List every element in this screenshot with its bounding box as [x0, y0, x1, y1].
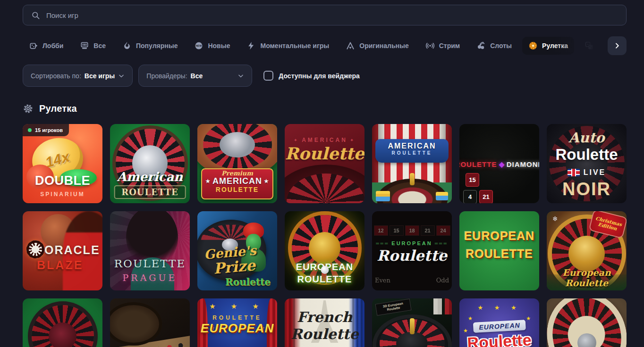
dice-icon	[585, 41, 594, 50]
flame-icon	[122, 41, 132, 50]
search-bar[interactable]	[23, 5, 627, 25]
game-tile-roulette-wheel-green[interactable]	[23, 298, 102, 347]
snowflake-icon: ❄	[552, 215, 558, 223]
game-title: EUROPEAN	[197, 321, 277, 336]
roulette-wheel-graphic	[32, 305, 94, 347]
game-provider: SPINARIUM	[23, 191, 102, 198]
game-tile-roulette-prague[interactable]: ROULETTE PRAGUE	[110, 211, 190, 290]
tab-label: Слоты	[490, 42, 512, 50]
game-subtitle: BLAZE	[37, 258, 83, 272]
bet-number-cell: 18	[405, 225, 419, 236]
broadcast-icon	[425, 41, 435, 50]
game-tile-oracle-blaze[interactable]: ORACLE BLAZE	[23, 211, 102, 290]
game-tile-absolute-live-roulette[interactable]: live absolute	[547, 298, 627, 347]
tab-label: Оригинальные	[359, 42, 408, 50]
tab-roulette[interactable]: Рулетка	[522, 37, 574, 55]
sort-dropdown[interactable]: Сортировать по: Все игры	[23, 65, 133, 87]
tab-label: Популярные	[136, 42, 178, 50]
game-title: AMERICAN	[202, 177, 272, 186]
game-title: Roulette	[547, 146, 627, 164]
game-tile-european-roulette-glow[interactable]: EUROPEAN ROULETTE	[285, 211, 364, 290]
game-tag: AMERICAN	[285, 137, 364, 143]
game-tile-genies-prize-roulette[interactable]: Genie's Prize Roulette	[197, 211, 277, 290]
new-badge-icon: NEW	[194, 41, 203, 50]
game-title: ROULETTE	[110, 257, 190, 270]
game-subtitle: ROULETTE	[114, 185, 186, 199]
filters-row: Сортировать по: Все игры Провайдеры: Все…	[23, 65, 627, 87]
section-title: Рулетка	[39, 103, 77, 114]
diamond-icon: ◆	[499, 160, 504, 169]
tab-lobby[interactable]: Лобби	[23, 37, 69, 55]
players-count-text: 15 игроков	[35, 127, 63, 133]
betting-table-labels: Even Odd	[372, 277, 452, 284]
game-title: ORACLE	[44, 243, 100, 257]
search-input[interactable]	[46, 11, 618, 19]
category-tabs: Лобби Все Популярные NEW Новые	[23, 36, 627, 55]
game-tile-roulette-diamond[interactable]: ROULETTE ◆ DIAMOND 15 4 21	[459, 124, 539, 203]
section-header: Рулетка	[23, 103, 627, 114]
game-tile-premium-american-roulette[interactable]: Premium AMERICAN ROULETTE	[197, 124, 277, 203]
star-icon: ★	[463, 328, 468, 334]
title-row: ROULETTE ◆ DIAMOND	[459, 160, 539, 169]
stars-decoration: ★ ★ ★	[459, 304, 539, 311]
game-subtitle: Roulette	[285, 326, 364, 342]
tab-label: Лобби	[42, 42, 63, 50]
game-tile-french-roulette[interactable]: French Roulette	[285, 298, 364, 347]
game-subtitle: ROULETTE	[459, 247, 539, 261]
game-tile-3d-european-roulette[interactable]: 3D European Roulette 3D ★ ★	[372, 298, 452, 347]
lobby-icon	[29, 41, 38, 50]
roulette-wheel-letter-graphic	[26, 240, 44, 258]
game-subtitle: ROULETTE	[202, 186, 272, 193]
live-row: LIVE	[547, 168, 627, 177]
game-tile-american-roulette-circus[interactable]: AMERICAN ROULETTE	[372, 124, 452, 203]
game-tile-european-roulette-christmas[interactable]: ❄ ❄ Christmas Edition European Roulette	[547, 211, 627, 290]
tab-instant-games[interactable]: Моментальные игры	[240, 37, 335, 55]
game-label-plate: 3D European Roulette	[375, 298, 412, 315]
tab-label: Все	[93, 42, 106, 50]
game-tile-american-roulette-classic[interactable]: AMERICAN Roulette	[285, 124, 364, 203]
wheel-spinner-graphic	[410, 173, 415, 185]
tabs-scroll-right-button[interactable]	[608, 36, 627, 55]
wager-checkbox[interactable]	[263, 71, 273, 81]
game-title: European Roulette	[547, 267, 627, 288]
lightning-icon	[246, 41, 256, 50]
online-dot-icon	[28, 128, 32, 132]
cherries-icon	[476, 41, 486, 50]
tab-new[interactable]: NEW Новые	[188, 37, 236, 55]
game-tile-double-spinarium[interactable]: 15 игроков 14x DOUBLE SPINARIUM	[23, 124, 102, 203]
bet-number-cell: 4	[463, 190, 477, 203]
game-tile-european-roulette-gold[interactable]: EUROPEAN ROULETTE	[459, 211, 539, 290]
star-icon: ★	[526, 315, 531, 322]
tab-all[interactable]: Все	[74, 37, 112, 55]
game-tag: EUROPEAN	[372, 240, 452, 246]
bet-label-cell: Odd	[436, 277, 449, 284]
tab-label: Новые	[208, 42, 230, 50]
provider-dropdown[interactable]: Провайдеры: Все	[138, 65, 252, 87]
game-tile-roulette-european-blue[interactable]: ★ ★ ★ ★ ★ ROULETTE EUROPEAN	[197, 298, 277, 347]
tab-label: Рулетка	[542, 42, 568, 50]
originals-logo-icon	[346, 41, 355, 50]
game-tag: ROULETTE	[197, 314, 277, 321]
game-tile-american-roulette[interactable]: American ROULETTE	[110, 124, 190, 203]
tab-originals[interactable]: Оригинальные	[339, 37, 415, 55]
ribbon-banner: AMERICAN ROULETTE	[375, 139, 449, 163]
wheel-spinner-graphic	[410, 318, 415, 334]
provider-label: Провайдеры:	[146, 72, 187, 80]
game-title: American	[110, 170, 190, 184]
tab-stream[interactable]: Стрим	[419, 37, 466, 55]
game-tile-european-table[interactable]: European	[110, 298, 190, 347]
players-count-badge: 15 игроков	[23, 124, 69, 136]
game-tile-european-roulette-purple[interactable]: ★ ★ ★ ★ ★ ★ EUROPEAN Roulette	[459, 298, 539, 347]
wager-checkbox-row[interactable]: Доступны для вейджера	[263, 71, 359, 81]
tab-slots[interactable]: Слоты	[470, 37, 518, 55]
roulette-ball-graphic	[321, 266, 329, 274]
tab-popular[interactable]: Популярные	[116, 37, 184, 55]
roulette-chip-icon	[528, 41, 538, 50]
bet-number-cell: 21	[479, 190, 493, 203]
bet-number-cell: 15	[390, 225, 404, 236]
title-banner: Premium AMERICAN ROULETTE	[201, 168, 273, 199]
svg-text:NEW: NEW	[196, 44, 203, 47]
game-tile-auto-roulette-live-noir[interactable]: Auto Roulette LIVE NOIR	[547, 124, 627, 203]
game-tile-european-roulette-netent[interactable]: 12 15 18 21 24 EUROPEAN Roulette ™ Even …	[372, 211, 452, 290]
game-subtitle: Roulette	[225, 276, 271, 288]
